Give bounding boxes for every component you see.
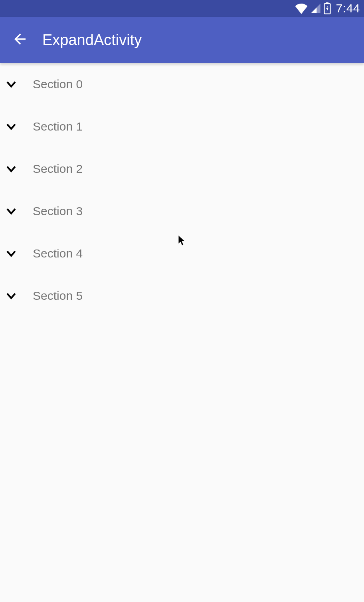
status-bar: 7:44 [0, 0, 364, 17]
section-row-4[interactable]: Section 4 [0, 232, 364, 275]
section-label: Section 4 [33, 247, 83, 260]
chevron-down-icon [4, 162, 18, 176]
section-label: Section 0 [33, 77, 83, 91]
app-bar: ExpandActivity [0, 17, 364, 63]
section-row-0[interactable]: Section 0 [0, 63, 364, 105]
section-row-3[interactable]: Section 3 [0, 190, 364, 232]
chevron-down-icon [4, 289, 18, 303]
status-icons: 7:44 [295, 2, 360, 15]
battery-charging-icon [323, 2, 331, 14]
section-label: Section 2 [33, 162, 83, 176]
status-time: 7:44 [336, 2, 360, 15]
section-label: Section 3 [33, 204, 83, 218]
page-title: ExpandActivity [42, 32, 142, 49]
section-row-2[interactable]: Section 2 [0, 148, 364, 190]
wifi-icon [295, 3, 308, 14]
svg-rect-1 [326, 2, 328, 4]
chevron-down-icon [4, 204, 18, 218]
chevron-down-icon [4, 77, 18, 91]
chevron-down-icon [4, 120, 18, 133]
arrow-back-icon [12, 31, 28, 49]
cellular-icon [310, 3, 322, 14]
back-button[interactable] [7, 27, 33, 53]
section-row-1[interactable]: Section 1 [0, 105, 364, 148]
section-label: Section 5 [33, 289, 83, 303]
content-area: Section 0 Section 1 Section 2 Section 3 [0, 63, 364, 317]
section-row-5[interactable]: Section 5 [0, 275, 364, 317]
chevron-down-icon [4, 247, 18, 260]
section-label: Section 1 [33, 120, 83, 133]
